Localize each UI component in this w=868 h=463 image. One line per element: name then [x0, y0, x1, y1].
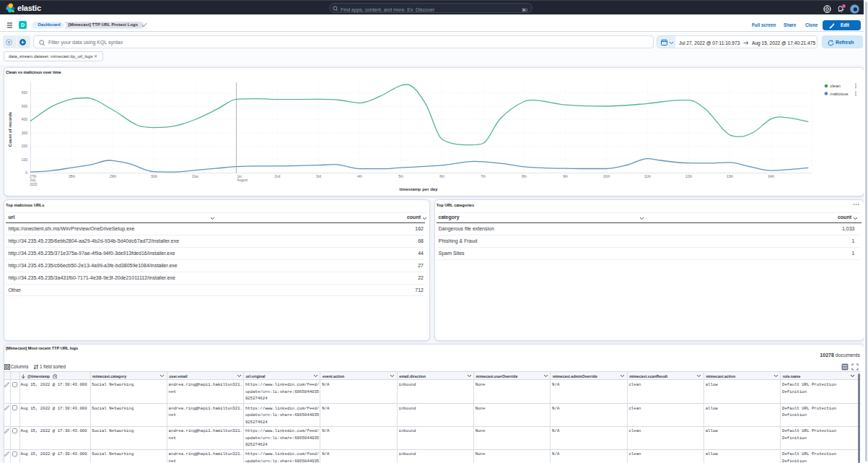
svg-text:29th: 29th	[109, 175, 116, 178]
svg-text:14th: 14th	[767, 175, 774, 178]
svg-text:timestamp per day: timestamp per day	[399, 187, 438, 191]
svg-text:200: 200	[21, 144, 27, 148]
svg-text:1st: 1st	[237, 175, 242, 178]
svg-text:28th: 28th	[68, 175, 75, 178]
svg-text:0: 0	[25, 171, 27, 175]
svg-text:300: 300	[21, 131, 27, 135]
svg-text:2nd: 2nd	[274, 175, 280, 178]
svg-text:clean: clean	[830, 84, 840, 88]
svg-text:8th: 8th	[522, 175, 527, 178]
svg-text:10th: 10th	[602, 175, 610, 178]
svg-text:August: August	[237, 178, 247, 182]
svg-text:600: 600	[21, 91, 27, 95]
svg-text:Count of records: Count of records	[8, 111, 12, 147]
svg-text:9th: 9th	[563, 175, 568, 178]
svg-text:malicious: malicious	[830, 92, 848, 96]
svg-text:400: 400	[21, 118, 27, 121]
svg-text:13th: 13th	[726, 175, 733, 178]
svg-text:5th: 5th	[398, 175, 403, 178]
svg-text:100: 100	[21, 158, 27, 162]
svg-text:27th: 27th	[30, 175, 37, 178]
svg-text:31st: 31st	[192, 175, 199, 178]
svg-text:July: July	[30, 178, 36, 182]
svg-text:4th: 4th	[357, 175, 362, 178]
svg-text:6th: 6th	[439, 175, 444, 178]
svg-text:12th: 12th	[685, 175, 692, 178]
svg-text:30th: 30th	[150, 175, 157, 178]
svg-text:7th: 7th	[481, 175, 486, 178]
svg-text:500: 500	[21, 105, 27, 108]
svg-text:2022: 2022	[30, 183, 38, 186]
svg-text:3rd: 3rd	[316, 175, 321, 178]
svg-text:11th: 11th	[644, 175, 651, 178]
